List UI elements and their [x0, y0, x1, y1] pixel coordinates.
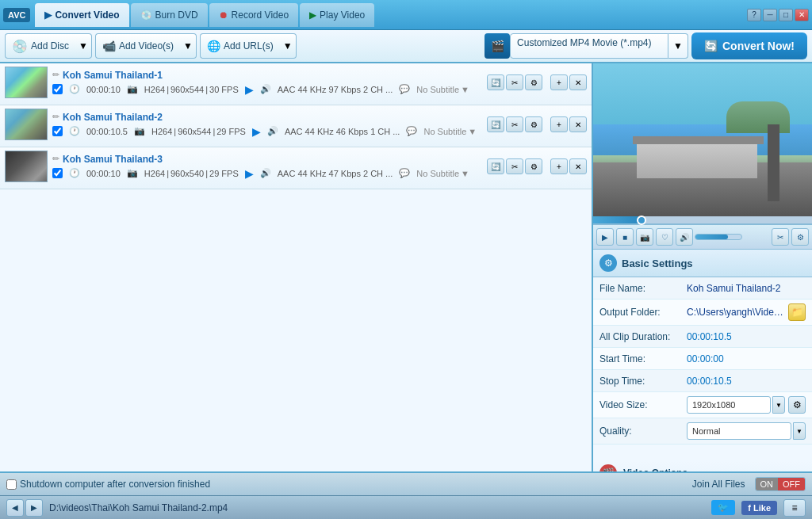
file-cut-button[interactable]: ✂: [506, 116, 523, 132]
browse-folder-button[interactable]: 📁: [788, 303, 806, 321]
quality-row: Quality: Normal ▼: [593, 418, 812, 445]
quality-value[interactable]: Normal: [687, 422, 791, 440]
menu-button[interactable]: ≡: [783, 499, 806, 517]
file-checkbox[interactable]: [52, 84, 63, 94]
file-refresh-button[interactable]: 🔄: [487, 158, 504, 174]
toggle-button[interactable]: ON OFF: [755, 477, 806, 491]
heart-button[interactable]: ♡: [656, 228, 673, 246]
start-time-value: 00:00:00: [687, 353, 806, 364]
convert-tab-label: Convert Video: [55, 10, 119, 21]
dvd-tab-icon: 💿: [140, 10, 152, 21]
minimize-button[interactable]: ─: [763, 9, 777, 21]
file-settings-button[interactable]: ⚙: [525, 158, 542, 174]
scene-structure: [637, 140, 757, 178]
file-cut-button[interactable]: ✂: [506, 74, 523, 90]
file-info: ✏ Koh Samui Thailand-1 🕐 00:00:10 📷 H264…: [52, 70, 482, 96]
format-select-dropdown[interactable]: ▼: [668, 33, 688, 59]
edit-icon: ✏: [52, 70, 59, 80]
add-video-dropdown[interactable]: ▼: [180, 33, 197, 59]
nav-next-button[interactable]: ▶: [25, 499, 43, 517]
file-name-row: File Name: Koh Samui Thailand-2: [593, 277, 812, 300]
twitter-icon: 🐦: [718, 502, 729, 513]
video-preview: [593, 63, 812, 216]
file-remove-button[interactable]: ✕: [569, 74, 587, 90]
file-settings-button[interactable]: ⚙: [525, 116, 542, 132]
format-select[interactable]: Customized MP4 Movie (*.mp4): [510, 33, 668, 59]
subtitle-selector[interactable]: No Subtitle ▼: [416, 169, 469, 178]
play-tab-label: Play Video: [320, 10, 365, 21]
seek-knob[interactable]: [637, 216, 646, 225]
toggle-on-label[interactable]: ON: [756, 478, 779, 490]
volume-icon-button[interactable]: 🔊: [676, 228, 693, 246]
file-settings-button[interactable]: ⚙: [525, 74, 542, 90]
snapshot-button[interactable]: 📷: [636, 228, 653, 246]
volume-control: 🔊: [676, 228, 742, 246]
video-size-select[interactable]: 1920x1080 ▼ ⚙: [687, 396, 806, 414]
tab-play-video[interactable]: ▶ Play Video: [300, 3, 374, 27]
file-name-label: File Name:: [599, 283, 687, 294]
add-url-group: 🌐 Add URL(s) ▼: [200, 33, 297, 59]
tab-convert-video[interactable]: ▶ Convert Video: [35, 3, 128, 27]
video-size-settings-button[interactable]: ⚙: [788, 396, 806, 414]
scene-roof: [633, 136, 764, 144]
file-thumbnail: [5, 67, 48, 98]
quality-select[interactable]: Normal ▼: [687, 422, 806, 440]
video-options-section[interactable]: 🎬 Video Options: [593, 460, 812, 471]
output-folder-label: Output Folder:: [599, 307, 687, 318]
toggle-off-label[interactable]: OFF: [778, 478, 805, 490]
file-add-button[interactable]: +: [550, 74, 568, 90]
file-checkbox[interactable]: [52, 168, 63, 178]
effect-button[interactable]: ⚙: [791, 228, 809, 246]
speaker-icon: 🔊: [267, 126, 278, 136]
help-icon[interactable]: ?: [747, 9, 761, 21]
play-button[interactable]: ▶: [596, 228, 614, 246]
stop-button[interactable]: ■: [616, 228, 634, 246]
close-button[interactable]: ✕: [795, 9, 809, 21]
output-folder-row: Output Folder: C:\Users\yangh\Videos... …: [593, 300, 812, 326]
video-icon: 📷: [127, 168, 138, 178]
edit-icon: ✏: [52, 112, 59, 122]
facebook-like-button[interactable]: f Like: [741, 501, 777, 515]
bottom-bar: Shutdown computer after conversion finis…: [0, 471, 812, 495]
duration: 00:00:10: [86, 169, 121, 178]
file-item: ✏ Koh Samui Thailand-1 🕐 00:00:10 📷 H264…: [0, 63, 592, 105]
subtitle-icon: 💬: [406, 126, 417, 136]
file-refresh-button[interactable]: 🔄: [487, 116, 504, 132]
tab-burn-dvd[interactable]: 💿 Burn DVD: [131, 3, 208, 27]
file-refresh-button[interactable]: 🔄: [487, 74, 504, 90]
file-checkbox[interactable]: [52, 126, 63, 136]
add-disc-dropdown[interactable]: ▼: [75, 33, 92, 59]
add-disc-button[interactable]: 💿 Add Disc: [5, 33, 75, 59]
dvd-tab-label: Burn DVD: [155, 10, 198, 21]
subtitle-selector[interactable]: No Subtitle ▼: [416, 85, 469, 94]
stop-time-label: Stop Time:: [599, 376, 687, 387]
add-url-button[interactable]: 🌐 Add URL(s): [200, 33, 280, 59]
file-add-button[interactable]: +: [550, 116, 568, 132]
seek-bar[interactable]: [593, 216, 812, 224]
video-icon: 📷: [127, 84, 138, 94]
video-size-value[interactable]: 1920x1080: [687, 396, 771, 414]
quality-dropdown[interactable]: ▼: [793, 422, 806, 440]
file-add-button[interactable]: +: [550, 158, 568, 174]
playback-controls: ▶ ■ 📷 ♡ 🔊 ✂ ⚙: [593, 224, 812, 250]
add-url-dropdown[interactable]: ▼: [280, 33, 297, 59]
nav-prev-button[interactable]: ◀: [6, 499, 24, 517]
settings-header-icon: ⚙: [599, 254, 617, 272]
video-spec: H264 | 960x544 | 29 FPS: [151, 127, 246, 136]
file-remove-button[interactable]: ✕: [569, 116, 587, 132]
file-cut-button[interactable]: ✂: [506, 158, 523, 174]
subtitle-selector[interactable]: No Subtitle ▼: [423, 127, 477, 136]
format-icon-button[interactable]: 🎬: [485, 33, 510, 59]
add-video-button[interactable]: 📹 Add Video(s): [95, 33, 180, 59]
convert-now-button[interactable]: 🔄 Convert Now!: [691, 32, 807, 59]
crop-button[interactable]: ✂: [772, 228, 789, 246]
twitter-button[interactable]: 🐦: [711, 500, 735, 515]
file-remove-button[interactable]: ✕: [569, 158, 587, 174]
shutdown-checkbox[interactable]: [6, 479, 17, 490]
maximize-button[interactable]: □: [779, 9, 793, 21]
tab-record-video[interactable]: ⏺ Record Video: [209, 3, 299, 27]
volume-bar[interactable]: [695, 234, 742, 240]
video-size-dropdown[interactable]: ▼: [772, 396, 785, 414]
disc-icon: 💿: [12, 39, 28, 54]
toolbar: 💿 Add Disc ▼ 📹 Add Video(s) ▼ 🌐 Add URL(…: [0, 30, 812, 63]
